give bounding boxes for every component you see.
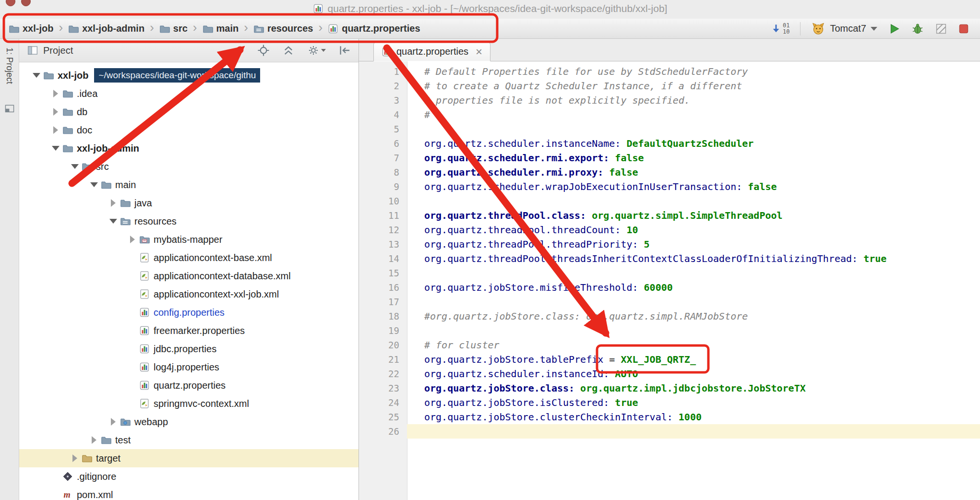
- code-line-5[interactable]: 5: [359, 122, 980, 136]
- code-line-17[interactable]: 17: [359, 295, 980, 309]
- project-toolwindow-button[interactable]: 1: Project: [4, 48, 14, 84]
- tree-item-freemarker.properties[interactable]: freemarker.properties: [19, 321, 359, 340]
- expand-arrow-icon[interactable]: [50, 88, 61, 99]
- tree-item-applicationcontext-base.xml[interactable]: applicationcontext-base.xml: [19, 249, 359, 267]
- code-line-11[interactable]: 11org.quartz.threadPool.class: org.quart…: [359, 208, 980, 223]
- line-number: 15: [359, 266, 407, 280]
- properties-file-icon: [139, 325, 150, 336]
- code-line-24[interactable]: 24org.quartz.jobStore.isClustered: true: [359, 395, 980, 410]
- tree-item-.idea[interactable]: .idea: [19, 84, 359, 103]
- code-token: org.quartz.jobStore.class:: [424, 382, 580, 394]
- code-line-7[interactable]: 7org.quartz.scheduler.rmi.export: false: [359, 151, 980, 165]
- code-line-12[interactable]: 12org.quartz.threadPool.threadCount: 10: [359, 223, 980, 237]
- line-number: 6: [359, 136, 407, 151]
- tree-item-log4j.properties[interactable]: log4j.properties: [19, 358, 359, 376]
- code-line-16[interactable]: 16org.quartz.jobStore.misfireThreshold: …: [359, 280, 980, 295]
- tree-item-webapp[interactable]: webapp: [19, 413, 359, 431]
- breadcrumb-item-xxl-job-admin[interactable]: xxl-job-admin: [68, 23, 144, 34]
- editor-tab-quartz-properties[interactable]: quartz.properties ×: [373, 42, 490, 61]
- expand-arrow-icon[interactable]: [127, 234, 138, 245]
- tree-item-xxl-job-admin[interactable]: xxl-job-admin: [19, 139, 359, 157]
- code-line-4[interactable]: 4#: [359, 107, 980, 122]
- tree-item-db[interactable]: db: [19, 103, 359, 121]
- toolbar-separator: [800, 22, 801, 36]
- code-line-6[interactable]: 6org.quartz.scheduler.instanceName: Defa…: [359, 136, 980, 151]
- code-line-10[interactable]: 10: [359, 194, 980, 208]
- expand-arrow-icon[interactable]: [50, 106, 61, 118]
- code-line-21[interactable]: 21org.quartz.jobStore.tablePrefix = XXL_…: [359, 352, 980, 367]
- code-line-3[interactable]: 3# properties file is not explicitly spe…: [359, 93, 980, 107]
- tool-window-icon[interactable]: [4, 103, 15, 114]
- code-line-14[interactable]: 14org.quartz.threadPool.threadsInheritCo…: [359, 251, 980, 266]
- vcs-incoming-widget[interactable]: 0110: [770, 23, 789, 35]
- expand-arrow-icon[interactable]: [50, 124, 61, 136]
- breadcrumb-item-resources[interactable]: resources: [253, 23, 313, 34]
- tree-item-applicationcontext-database.xml[interactable]: applicationcontext-database.xml: [19, 267, 359, 285]
- tree-item-label: webapp: [134, 417, 168, 428]
- close-tab-icon[interactable]: ×: [476, 46, 482, 58]
- hide-panel-button[interactable]: [338, 44, 351, 57]
- tree-item-config.properties[interactable]: config.properties: [19, 303, 359, 321]
- tree-item-xxl-job[interactable]: xxl-job~/workspaces/idea-git-workspace/g…: [19, 66, 359, 84]
- stop-button[interactable]: [958, 23, 969, 35]
- collapse-all-icon: [282, 44, 295, 57]
- tree-item-label: applicationcontext-xxl-job.xml: [154, 289, 279, 300]
- code-text: org.quartz.threadPool.class: org.quartz.…: [407, 208, 980, 223]
- run-icon: [888, 23, 900, 35]
- code-line-18[interactable]: 18#org.quartz.jobStore.class: org.quartz…: [359, 309, 980, 323]
- tree-item-resources[interactable]: resources: [19, 212, 359, 230]
- code-line-13[interactable]: 13org.quartz.threadPool.threadPriority: …: [359, 237, 980, 251]
- navigation-bar: xxl-job›xxl-job-admin›src›main›resources…: [0, 19, 980, 39]
- settings-button[interactable]: [307, 44, 326, 57]
- collapse-arrow-icon[interactable]: [88, 179, 100, 190]
- collapse-arrow-icon[interactable]: [50, 143, 61, 154]
- tree-item-quartz.properties[interactable]: quartz.properties: [19, 376, 359, 394]
- tree-item-target[interactable]: target: [19, 449, 359, 467]
- code-line-25[interactable]: 25org.quartz.jobStore.clusterCheckinInte…: [359, 410, 980, 424]
- breadcrumb-item-xxl-job[interactable]: xxl-job: [9, 23, 53, 34]
- properties-file-icon: [313, 3, 323, 14]
- code-line-1[interactable]: 1# Default Properties file for use by St…: [359, 64, 980, 79]
- tree-item-test[interactable]: test: [19, 431, 359, 449]
- tree-item-label: xxl-job: [58, 70, 88, 81]
- tree-item-main[interactable]: main: [19, 176, 359, 194]
- project-tool-icon: [27, 45, 38, 56]
- locate-button[interactable]: [257, 44, 270, 57]
- tree-item-jdbc.properties[interactable]: jdbc.properties: [19, 340, 359, 358]
- code-editor[interactable]: 1# Default Properties file for use by St…: [359, 61, 980, 500]
- tree-item-applicationcontext-xxl-job.xml[interactable]: applicationcontext-xxl-job.xml: [19, 285, 359, 303]
- tree-item-doc[interactable]: doc: [19, 121, 359, 139]
- debug-button[interactable]: [911, 22, 924, 36]
- tree-item-java[interactable]: java: [19, 194, 359, 212]
- code-line-8[interactable]: 8org.quartz.scheduler.rmi.proxy: false: [359, 165, 980, 179]
- tree-item-pom.xml[interactable]: mpom.xml: [19, 486, 359, 500]
- tree-item-mybatis-mapper[interactable]: mybatis-mapper: [19, 230, 359, 249]
- expand-arrow-icon[interactable]: [88, 434, 100, 446]
- breadcrumb-item-quartz.properties[interactable]: quartz.properties: [328, 23, 420, 34]
- breadcrumb-item-src[interactable]: src: [159, 23, 188, 34]
- code-line-2[interactable]: 2# to create a Quartz Scheduler Instance…: [359, 79, 980, 93]
- code-text: org.quartz.jobStore.misfireThreshold: 60…: [407, 280, 980, 295]
- expand-arrow-icon[interactable]: [69, 452, 81, 464]
- expand-arrow-icon[interactable]: [108, 197, 119, 209]
- run-configuration-selector[interactable]: Tomcat7: [811, 22, 877, 36]
- code-line-22[interactable]: 22org.quartz.scheduler.instanceId: AUTO: [359, 367, 980, 381]
- tree-item-springmvc-context.xml[interactable]: springmvc-context.xml: [19, 394, 359, 413]
- tree-item-src[interactable]: src: [19, 157, 359, 176]
- code-line-26[interactable]: 26: [359, 424, 980, 439]
- code-line-23[interactable]: 23org.quartz.jobStore.class: org.quartz.…: [359, 381, 980, 395]
- collapse-all-button[interactable]: [282, 44, 295, 57]
- collapse-arrow-icon[interactable]: [69, 161, 81, 172]
- code-line-15[interactable]: 15: [359, 266, 980, 280]
- code-line-20[interactable]: 20# for cluster: [359, 338, 980, 352]
- code-line-19[interactable]: 19: [359, 323, 980, 338]
- expand-arrow-icon[interactable]: [108, 416, 119, 428]
- code-line-9[interactable]: 9org.quartz.scheduler.wrapJobExecutionIn…: [359, 179, 980, 194]
- collapse-arrow-icon[interactable]: [31, 70, 42, 81]
- breadcrumb-item-main[interactable]: main: [203, 23, 239, 34]
- collapse-arrow-icon[interactable]: [108, 215, 119, 227]
- coverage-button[interactable]: [935, 23, 947, 35]
- tree-item-.gitignore[interactable]: .gitignore: [19, 467, 359, 486]
- code-text: # properties file is not explicitly spec…: [407, 93, 980, 107]
- run-button[interactable]: [888, 23, 900, 35]
